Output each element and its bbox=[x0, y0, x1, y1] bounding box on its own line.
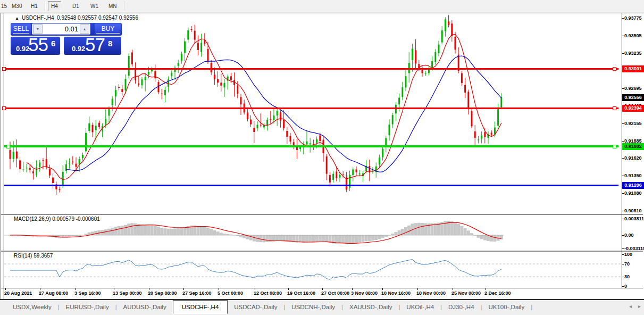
chart-title: ▲USDCHF-,H4 0.92548 0.92557 0.92547 0.92… bbox=[15, 15, 138, 21]
macd-axis-tick bbox=[622, 219, 624, 219]
macd-main-value: 0.000579 bbox=[52, 216, 74, 222]
timeframe-toolbar: 15M30H1H4D1W1MN bbox=[0, 0, 644, 13]
price-axis-label: 0.91620 bbox=[624, 155, 642, 161]
level-handle-left[interactable] bbox=[6, 145, 10, 148]
rsi-panel[interactable] bbox=[4, 252, 622, 288]
date-axis-tick bbox=[183, 288, 184, 290]
date-axis-label: 27 Sep 16:00 bbox=[182, 291, 212, 296]
volume-input[interactable] bbox=[44, 24, 78, 34]
date-axis-tick bbox=[76, 288, 76, 290]
ask-pip-digit: 8 bbox=[108, 39, 112, 48]
bid-big-digits: 55 bbox=[28, 34, 48, 55]
rsi-axis-tick bbox=[622, 264, 624, 264]
macd-axis-label: 0.00 bbox=[624, 233, 634, 238]
bid-price-display[interactable]: 0.92 55 6 bbox=[11, 37, 60, 55]
tab-ukoil-h4[interactable]: UKOil-,H4 bbox=[400, 300, 440, 314]
date-axis-tick bbox=[149, 288, 149, 290]
date-axis-label: 18 Nov 00:00 bbox=[416, 291, 446, 296]
price-level-tag: 0.91802 bbox=[622, 143, 644, 150]
price-axis-tick bbox=[622, 18, 624, 19]
tab-uk100-daily[interactable]: UK100-,Daily bbox=[482, 300, 531, 314]
price-axis-tick bbox=[622, 176, 624, 176]
collapse-icon[interactable]: ▲ bbox=[15, 16, 19, 21]
rsi-axis-tick bbox=[622, 254, 624, 255]
tab-usdx-weekly[interactable]: USDX,Weekly bbox=[6, 300, 58, 314]
horizontal-level-line[interactable] bbox=[4, 107, 618, 109]
tabs-scroll-left-icon[interactable]: ◂ bbox=[629, 303, 632, 309]
date-axis-label: 13 Sep 00:00 bbox=[113, 291, 142, 296]
price-axis-label: 0.93775 bbox=[624, 15, 642, 21]
timeframe-button-m30[interactable]: M30 bbox=[9, 1, 25, 11]
toolbar-separator bbox=[45, 1, 46, 11]
rsi-axis-label: 0 bbox=[624, 284, 627, 289]
timeframe-button-h4[interactable]: H4 bbox=[48, 1, 61, 11]
chart-symbol: USDCHF-,H4 bbox=[22, 15, 54, 21]
chart-ohlc-values: 0.92548 0.92557 0.92547 0.92556 bbox=[57, 15, 138, 21]
date-axis-tick bbox=[40, 288, 40, 290]
tab-usdcnh-daily[interactable]: USDCNH-,Daily bbox=[285, 300, 341, 314]
volume-decrease-button[interactable]: ▼ bbox=[33, 24, 43, 34]
date-axis-tick bbox=[417, 288, 418, 290]
timeframe-button-w1[interactable]: W1 bbox=[87, 1, 102, 11]
price-axis-tick bbox=[622, 193, 624, 194]
volume-increase-button[interactable]: ▲ bbox=[80, 24, 89, 34]
date-axis-label: 3 Nov 08:00 bbox=[351, 291, 378, 296]
chart-window: 0.937750.935050.932350.929650.926950.924… bbox=[0, 13, 644, 300]
price-axis-tick bbox=[622, 158, 624, 159]
macd-axis-tick bbox=[622, 248, 624, 249]
date-axis-label: 27 Aug 08:00 bbox=[39, 291, 68, 296]
level-handle-right[interactable] bbox=[613, 106, 616, 110]
level-handle-right[interactable] bbox=[613, 145, 616, 148]
date-axis-label: 3 Sep 16:00 bbox=[74, 291, 101, 296]
level-handle-left[interactable] bbox=[2, 106, 6, 110]
level-handle-left[interactable] bbox=[2, 67, 6, 71]
one-click-trading-widget: SELL ▼ ▲ BUY 0.92 55 6 0.92 57 8 bbox=[11, 23, 122, 54]
date-axis-label: 10 Nov 16:00 bbox=[381, 291, 411, 296]
price-axis-tick bbox=[622, 53, 624, 54]
price-axis-tick bbox=[622, 123, 624, 124]
sell-button-label: SELL bbox=[13, 25, 29, 32]
timeframe-button-h1[interactable]: H1 bbox=[28, 1, 41, 11]
rsi-value: 59.3657 bbox=[34, 253, 53, 259]
macd-axis-label: 0.003811 bbox=[624, 216, 644, 222]
tab-xauusd-daily[interactable]: XAUUSD-,Daily bbox=[343, 300, 399, 314]
buy-button[interactable]: BUY bbox=[95, 23, 121, 35]
date-axis-tick bbox=[288, 288, 289, 290]
bid-prefix: 0.92 bbox=[16, 45, 29, 53]
sell-button[interactable]: SELL bbox=[11, 23, 31, 35]
ask-big-digits: 57 bbox=[85, 34, 105, 55]
level-handle-right[interactable] bbox=[613, 67, 616, 71]
price-level-tag: 0.93001 bbox=[622, 65, 644, 72]
tab-usdcad-daily[interactable]: USDCAD-,Daily bbox=[228, 300, 283, 314]
date-axis-label: 19 Oct 16:00 bbox=[287, 291, 315, 296]
rsi-axis-tick bbox=[622, 286, 624, 287]
macd-label: MACD(12,26,9) 0.000579 -0.000601 bbox=[14, 216, 100, 222]
rsi-label: RSI(14) 59.3657 bbox=[14, 253, 53, 259]
sell-underline bbox=[13, 33, 29, 34]
horizontal-level-line[interactable] bbox=[4, 145, 618, 147]
tabs-scroll-right-icon[interactable]: ▸ bbox=[638, 303, 641, 309]
rsi-axis-label: 30 bbox=[624, 274, 630, 280]
price-axis-tick bbox=[622, 141, 624, 142]
timeframe-button-d1[interactable]: D1 bbox=[69, 1, 82, 11]
ask-price-display[interactable]: 0.92 57 8 bbox=[64, 37, 121, 55]
date-axis-label: 20 Sep 08:00 bbox=[148, 291, 177, 296]
tab-dj30-h4[interactable]: DJ30-,H4 bbox=[442, 300, 481, 314]
volume-spinner: ▼ ▲ bbox=[32, 23, 90, 35]
price-axis-tick bbox=[622, 88, 624, 89]
timeframe-button-mn[interactable]: MN bbox=[105, 1, 120, 11]
horizontal-level-line[interactable] bbox=[4, 185, 618, 186]
date-axis-label: 20 Aug 2021 bbox=[4, 291, 32, 296]
price-level-tag: 0.91206 bbox=[622, 182, 644, 189]
current-price-tag: 0.92556 bbox=[622, 94, 644, 101]
rsi-title: RSI(14) bbox=[14, 253, 32, 259]
tab-audusd-daily[interactable]: AUDUSD-,Daily bbox=[117, 300, 173, 314]
tab-eurusd-daily[interactable]: EURUSD-,Daily bbox=[60, 300, 115, 314]
buy-button-label: BUY bbox=[102, 25, 115, 32]
date-axis-label: 27 Oct 00:00 bbox=[321, 291, 349, 296]
bid-pip-digit: 6 bbox=[51, 39, 55, 48]
tab-usdchf-h4[interactable]: USDCHF-,H4 bbox=[173, 300, 228, 314]
price-axis-label: 0.90810 bbox=[624, 208, 642, 214]
horizontal-level-line[interactable] bbox=[4, 68, 618, 70]
date-axis-tick bbox=[352, 288, 353, 290]
